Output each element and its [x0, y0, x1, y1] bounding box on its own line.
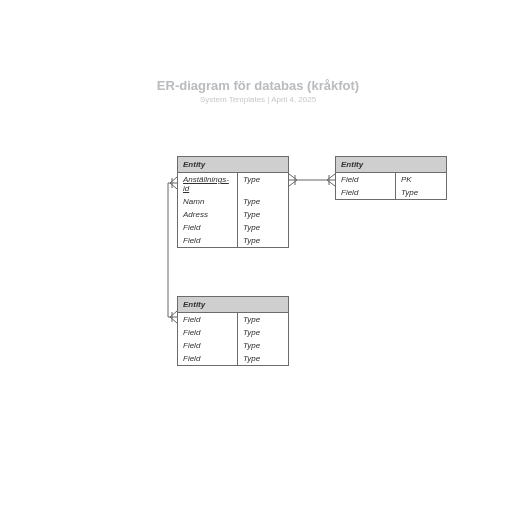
entity-header: Entity [336, 157, 446, 173]
diagram-title: ER-diagram för databas (kråkfot) [0, 78, 516, 93]
field-type: Type [238, 313, 288, 326]
diagram-subtitle: System Templates | April 4, 2025 [0, 95, 516, 104]
field-name: Field [336, 173, 396, 186]
field-type: Type [396, 186, 446, 199]
field-name: Namn [178, 195, 238, 208]
field-name: Field [178, 352, 238, 365]
field-type: Type [238, 234, 288, 247]
field-type: Type [238, 221, 288, 234]
field-type: Type [238, 352, 288, 365]
field-name: Field [178, 313, 238, 326]
relationship-connector-1-2 [289, 170, 335, 190]
field-name: Field [178, 339, 238, 352]
field-name: Field [178, 234, 238, 247]
entity-table-3[interactable]: Entity FieldType FieldType FieldType Fie… [177, 296, 289, 366]
field-name: Field [178, 326, 238, 339]
field-name: Field [178, 221, 238, 234]
field-type: Type [238, 339, 288, 352]
field-type: Type [238, 173, 288, 195]
field-name: Adress [178, 208, 238, 221]
field-type: Type [238, 195, 288, 208]
entity-header: Entity [178, 157, 288, 173]
field-type: PK [396, 173, 446, 186]
entity-header: Entity [178, 297, 288, 313]
field-name: Field [336, 186, 396, 199]
entity-table-1[interactable]: Entity Anställnings-idType NamnType Adre… [177, 156, 289, 248]
field-type: Type [238, 208, 288, 221]
field-name: Anställnings-id [178, 173, 238, 195]
entity-table-2[interactable]: Entity FieldPK FieldType [335, 156, 447, 200]
field-type: Type [238, 326, 288, 339]
diagram-header: ER-diagram för databas (kråkfot) System … [0, 78, 516, 104]
